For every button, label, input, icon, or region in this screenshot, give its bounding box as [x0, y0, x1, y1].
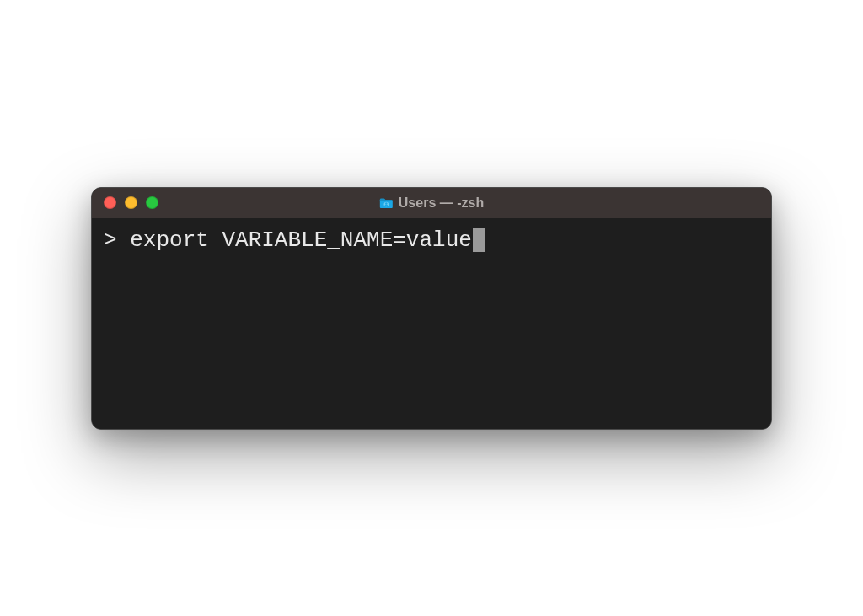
window-titlebar: Users — -zsh — [92, 188, 771, 218]
folder-icon — [379, 197, 394, 209]
window-title: Users — -zsh — [379, 196, 484, 211]
terminal-line: > export VARIABLE_NAME=value — [104, 227, 759, 255]
window-title-text: Users — -zsh — [399, 196, 484, 211]
command-text: export VARIABLE_NAME=value — [130, 227, 472, 255]
shell-prompt: > — [104, 227, 130, 255]
terminal-body[interactable]: > export VARIABLE_NAME=value — [92, 218, 771, 429]
minimize-button[interactable] — [125, 196, 137, 209]
terminal-window: Users — -zsh > export VARIABLE_NAME=valu… — [91, 187, 772, 430]
svg-point-1 — [385, 202, 387, 204]
cursor — [473, 228, 485, 252]
traffic-lights — [104, 196, 158, 209]
maximize-button[interactable] — [146, 196, 158, 209]
close-button[interactable] — [104, 196, 116, 209]
